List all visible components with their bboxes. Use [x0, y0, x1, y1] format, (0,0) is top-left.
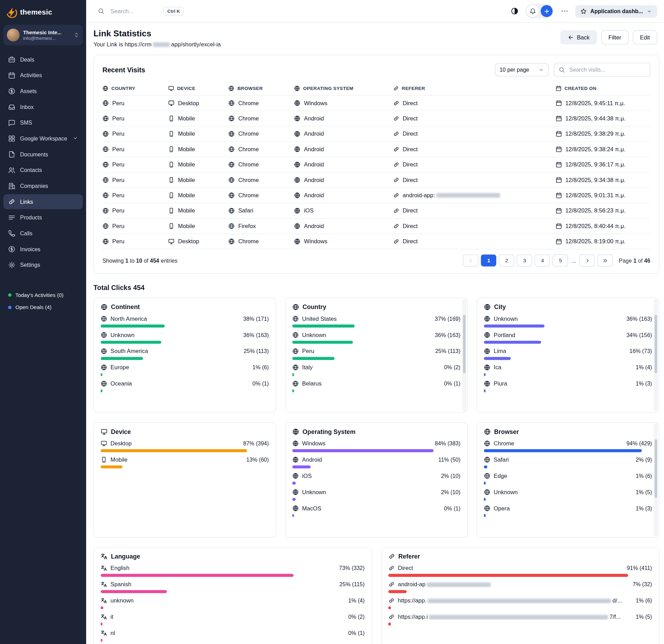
stat-card-title: Operating System [292, 428, 460, 435]
scrollbar-thumb[interactable] [655, 315, 657, 373]
workspace-dropdown[interactable]: Application dashb... [575, 5, 657, 17]
stat-bar [484, 325, 544, 328]
page-button-1[interactable]: 1 [481, 254, 496, 266]
stat-item-desktop: Desktop87% (394) [101, 440, 269, 452]
globe-icon [102, 115, 109, 122]
page-button-2[interactable]: 2 [499, 254, 514, 266]
stat-item-unknown: Unknown1% (5) [484, 489, 652, 501]
dollar-icon [8, 245, 15, 253]
stat-card-referer: RefererDirect91% (411)android-ap7% (32)h… [381, 547, 659, 644]
globe-icon [101, 348, 107, 355]
redacted-text [429, 615, 608, 620]
stat-bar [484, 373, 486, 376]
sidebar-item-companies[interactable]: Companies [3, 179, 83, 193]
scrollbar[interactable] [654, 424, 658, 536]
globe2-icon [294, 115, 301, 122]
link-subtitle: Your Link is https://crmapp/shortly/exce… [93, 42, 221, 48]
column-header-referer: REFERER [393, 82, 556, 96]
sidebar-footer-item-open-deals-4[interactable]: Open Deals (4) [8, 305, 78, 310]
chevron-down-icon [73, 135, 78, 141]
stat-value: 36% (163) [626, 316, 652, 322]
scrollbar-thumb[interactable] [463, 315, 465, 373]
globe-icon [229, 146, 235, 153]
sidebar-item-calls[interactable]: Calls [3, 226, 83, 241]
linkicon-icon [388, 553, 395, 560]
notifications-button[interactable] [527, 5, 539, 17]
globe-icon [484, 456, 490, 463]
globe-icon [229, 131, 235, 137]
phone-icon [168, 192, 175, 199]
sidebar-item-settings[interactable]: Settings [3, 257, 83, 272]
globe-icon [101, 303, 108, 310]
page-button-4[interactable]: 4 [535, 254, 550, 266]
visits-search [554, 63, 651, 77]
logo[interactable]: themesic [3, 6, 83, 25]
globe-icon [102, 100, 109, 107]
edit-button[interactable]: Edit [633, 30, 657, 45]
stat-card-continent: ContinentNorth America38% (171)Unknown36… [93, 298, 276, 413]
per-page-select[interactable]: 10 per page [495, 63, 549, 76]
sidebar-item-label: Invoices [20, 246, 40, 253]
back-button[interactable]: Back [560, 30, 597, 45]
stat-bar [484, 357, 511, 360]
global-search-input[interactable] [110, 8, 158, 15]
translate-icon [101, 553, 108, 560]
more-menu-icon[interactable] [561, 7, 569, 15]
sidebar-item-invoices[interactable]: Invoices [3, 242, 83, 256]
stat-value: 0% (2) [444, 364, 460, 371]
profile-card[interactable]: Themesic Inte... info@themesi... [3, 25, 83, 45]
products-icon [8, 214, 15, 221]
stat-card-title: Continent [101, 303, 269, 310]
scrollbar[interactable] [654, 299, 658, 412]
redacted-text [427, 582, 491, 587]
last-page-button[interactable] [598, 254, 613, 266]
sidebar-item-products[interactable]: Products [3, 210, 83, 225]
globe2-icon [294, 161, 301, 168]
linkicon-icon [393, 192, 399, 199]
stat-card-country: CountryUnited States37% (169)Unknown36% … [285, 298, 468, 413]
page-title: Link Statistics [93, 29, 221, 38]
sidebar-item-contacts[interactable]: Contacts [3, 163, 83, 178]
theme-toggle-icon[interactable] [511, 7, 519, 15]
table-row: PeruMobileChromeAndroidDirect12/8/2025, … [102, 142, 650, 157]
filter-button[interactable]: Filter [601, 30, 628, 45]
page-button-3[interactable]: 3 [517, 254, 532, 266]
sidebar-item-sms[interactable]: SMS [3, 115, 83, 130]
prev-page-button[interactable] [463, 254, 478, 266]
add-button[interactable] [541, 5, 553, 17]
sidebar-item-assets[interactable]: Assets [3, 84, 83, 99]
translate-icon [101, 581, 107, 588]
table-footer: Showing 1 to 10 of 454 entries 12345... … [102, 249, 650, 268]
sidebar-item-documents[interactable]: Documents [3, 147, 83, 162]
stat-value: 91% (411) [627, 565, 652, 571]
stat-item-opera: Opera1% (3) [484, 505, 652, 517]
sidebar-item-inbox[interactable]: Inbox [3, 99, 83, 114]
sidebar-item-google-workspace[interactable]: Google Workspace [3, 131, 83, 146]
page-button-5[interactable]: 5 [553, 254, 568, 266]
globe2-icon [294, 85, 300, 91]
scrollbar-thumb[interactable] [655, 439, 657, 498]
globe-icon [229, 223, 235, 229]
stat-item-it: it0% (2) [101, 614, 365, 626]
globe2-icon [292, 505, 299, 512]
sidebar-item-activities[interactable]: Activities [3, 68, 83, 83]
table-row: PeruMobileChromeAndroidandroid-app:12/8/… [102, 188, 650, 203]
stat-item-unknown: Unknown36% (163) [484, 316, 652, 328]
table-row: PeruMobileChromeAndroidDirect12/8/2025, … [102, 111, 650, 126]
table-header-row: COUNTRYDEVICEBROWSEROPERATING SYSTEMREFE… [102, 82, 650, 96]
stat-value: 7% (32) [633, 581, 652, 588]
sidebar-footer-item-today-s-activities-0[interactable]: Today's Activities (0) [8, 292, 78, 298]
stat-value: 36% (163) [243, 332, 269, 338]
monitor-icon [168, 238, 175, 245]
stat-item-unknown: Unknown36% (163) [292, 332, 460, 344]
linkicon-icon [393, 177, 399, 183]
next-page-button[interactable] [580, 254, 595, 266]
sidebar-item-links[interactable]: Links [3, 194, 83, 209]
scrollbar[interactable] [462, 299, 466, 412]
stat-card-city: CityUnknown36% (163)Portland34% (156)Lim… [477, 298, 659, 413]
stat-bar [388, 623, 391, 626]
visits-search-input[interactable] [569, 66, 646, 73]
sidebar-item-deals[interactable]: Deals [3, 52, 83, 67]
logo-text: themesic [20, 8, 52, 17]
table-row: PeruMobileChromeAndroidDirect12/8/2025, … [102, 157, 650, 172]
